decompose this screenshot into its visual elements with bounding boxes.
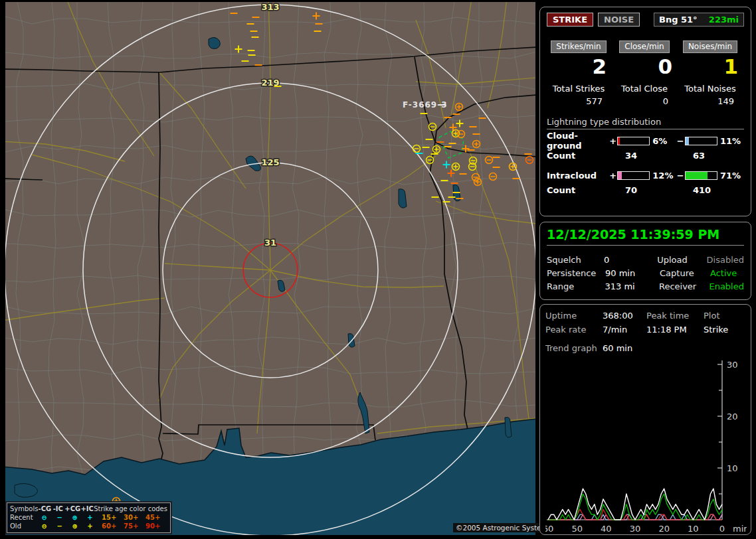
- svg-text:125: 125: [261, 157, 279, 167]
- status-row: Squelch 0 Upload Disabled: [547, 253, 744, 266]
- strike-stats-panel: STRIKE NOISE Bng 51° 223mi Strikes/min 2…: [539, 7, 751, 216]
- distribution-title: Lightning type distribution: [547, 117, 744, 129]
- ic-positive-count: 70: [616, 185, 686, 196]
- noise-mode-button[interactable]: NOISE: [598, 13, 640, 27]
- peak-time-label: Peak time: [646, 311, 704, 321]
- circle-plus-icon: ⊕: [67, 513, 82, 522]
- svg-text:50: 50: [571, 524, 583, 534]
- upload-value: Disabled: [707, 255, 744, 265]
- persistence-label: Persistence: [547, 268, 605, 278]
- close-per-min-chip[interactable]: Close/min: [619, 40, 669, 53]
- peak-rate-value: 7/min: [603, 325, 646, 335]
- ic-negative-bar: [685, 171, 717, 180]
- storm-map[interactable]: 31321912531F-3669-3: [5, 2, 535, 535]
- svg-text:60: 60: [545, 524, 553, 534]
- svg-text:0: 0: [719, 524, 725, 534]
- session-row: Uptime 368:00 Peak time Plot: [545, 309, 745, 323]
- count-label: Count: [547, 185, 616, 196]
- minus-sign: −: [676, 171, 684, 181]
- total-close-value: 0: [613, 96, 676, 106]
- status-row: Range 313 mi Receiver Enabled: [547, 279, 744, 293]
- close-column: Close/min 0 Total Close 0: [613, 40, 676, 106]
- minus-icon: −: [52, 513, 67, 522]
- svg-text:30: 30: [630, 524, 641, 534]
- cloud-ground-row: Cloud-ground + 6% − 11%: [547, 135, 744, 146]
- uptime-label: Uptime: [545, 311, 603, 321]
- range-label: Range: [547, 281, 605, 291]
- plus-sign: +: [609, 136, 617, 146]
- age-30: 30+: [124, 513, 145, 522]
- upload-label: Upload: [657, 255, 706, 265]
- session-panel: Uptime 368:00 Peak time Plot Peak rate 7…: [539, 304, 751, 535]
- rate-columns: Strikes/min 2 Total Strikes 577 Close/mi…: [547, 40, 744, 106]
- plus-icon: +: [82, 522, 98, 530]
- legend-col-neg-cg: -CG: [38, 504, 51, 513]
- receiver-label: Receiver: [659, 281, 709, 291]
- intracloud-count-row: Count 70 410: [547, 185, 744, 196]
- session-row: Peak rate 7/min 11:18 PM Strike: [545, 323, 745, 337]
- legend-old-label: Old: [10, 522, 37, 530]
- intracloud-row: Intracloud + 12% − 71%: [547, 170, 744, 181]
- svg-text:min: min: [733, 524, 747, 534]
- total-strikes-label: Total Strikes: [547, 84, 611, 94]
- total-close-label: Total Close: [613, 84, 676, 94]
- datetime-display: 12/12/2025 11:39:59 PM: [547, 227, 744, 246]
- uptime-value: 368:00: [603, 311, 646, 321]
- age-90: 90+: [145, 522, 167, 530]
- cg-negative-bar: [685, 137, 717, 145]
- map-svg[interactable]: 31321912531F-3669-3: [5, 2, 535, 535]
- svg-text:10: 10: [688, 524, 699, 534]
- bearing-distance: 223mi: [709, 14, 739, 25]
- strikes-per-min-chip[interactable]: Strikes/min: [551, 40, 606, 53]
- svg-text:10: 10: [727, 463, 738, 473]
- noises-per-min-chip[interactable]: Noises/min: [683, 40, 737, 53]
- strike-mode-button[interactable]: STRIKE: [547, 13, 593, 27]
- age-75: 75+: [124, 522, 145, 530]
- cg-negative-pct: 11%: [720, 136, 744, 146]
- receiver-value: Enabled: [709, 281, 744, 291]
- mode-button-row: STRIKE NOISE Bng 51° 223mi: [547, 13, 744, 27]
- squelch-value: 0: [604, 255, 657, 265]
- bearing-label: Bng 51°: [659, 14, 698, 25]
- ic-negative-pct: 71%: [720, 171, 744, 181]
- cloud-ground-label: Cloud-ground: [547, 131, 609, 151]
- noises-per-min-value: 1: [678, 54, 742, 78]
- ic-positive-pct: 12%: [652, 171, 676, 181]
- plot-label: Plot: [704, 311, 745, 321]
- count-label: Count: [547, 151, 616, 161]
- svg-text:40: 40: [601, 524, 612, 534]
- svg-text:20: 20: [658, 524, 670, 534]
- legend-header-row: Symbols -CG -IC +CG +IC Strike age color…: [10, 504, 167, 513]
- receiver-status-panel: 12/12/2025 11:39:59 PM Squelch 0 Upload …: [539, 222, 751, 300]
- total-noises-label: Total Noises: [678, 84, 742, 94]
- circle-minus-icon: ⊖: [37, 522, 52, 530]
- total-noises-value: 149: [678, 96, 742, 106]
- cg-positive-bar: [617, 137, 650, 145]
- svg-text:20: 20: [727, 412, 738, 422]
- trend-graph-label: Trend graph: [545, 343, 603, 353]
- squelch-label: Squelch: [547, 255, 604, 265]
- plot-value: Strike: [704, 325, 745, 335]
- legend-age-header: Strike age color codes: [94, 504, 167, 513]
- peak-time-value: 11:18 PM: [646, 325, 704, 335]
- range-value: 313 mi: [605, 281, 658, 291]
- svg-text:313: 313: [261, 2, 279, 12]
- legend-col-pos-cg: +CG: [64, 504, 80, 513]
- circle-plus-icon: ⊕: [67, 522, 82, 530]
- svg-text:30: 30: [727, 360, 738, 370]
- minus-icon: −: [52, 522, 67, 530]
- cg-positive-pct: 6%: [652, 136, 676, 146]
- age-15: 15+: [102, 513, 124, 522]
- legend-col-pos-ic: +IC: [80, 504, 94, 513]
- total-strikes-value: 577: [547, 96, 611, 106]
- intracloud-label: Intracloud: [547, 171, 609, 181]
- circle-minus-icon: ⊖: [37, 513, 52, 522]
- ic-negative-count: 410: [686, 185, 711, 196]
- app-window: { "window": { "copyright": "©2005 Astrog…: [0, 0, 756, 539]
- capture-label: Capture: [660, 268, 710, 278]
- legend-recent-label: Recent: [10, 513, 37, 522]
- plus-icon: +: [82, 513, 98, 522]
- cg-positive-count: 34: [616, 151, 686, 161]
- svg-text:31: 31: [264, 238, 276, 248]
- bearing-indicator: Bng 51° 223mi: [654, 13, 744, 27]
